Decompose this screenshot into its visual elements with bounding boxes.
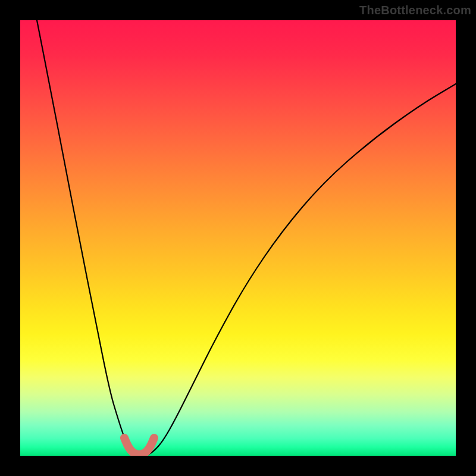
plot-area	[20, 20, 456, 456]
minimum-marker	[124, 438, 154, 455]
curve-left-branch	[37, 20, 139, 455]
curve-layer	[20, 20, 456, 456]
curve-right-branch	[148, 84, 456, 455]
watermark-text: TheBottleneck.com	[359, 4, 471, 17]
chart-frame: TheBottleneck.com	[0, 0, 476, 476]
